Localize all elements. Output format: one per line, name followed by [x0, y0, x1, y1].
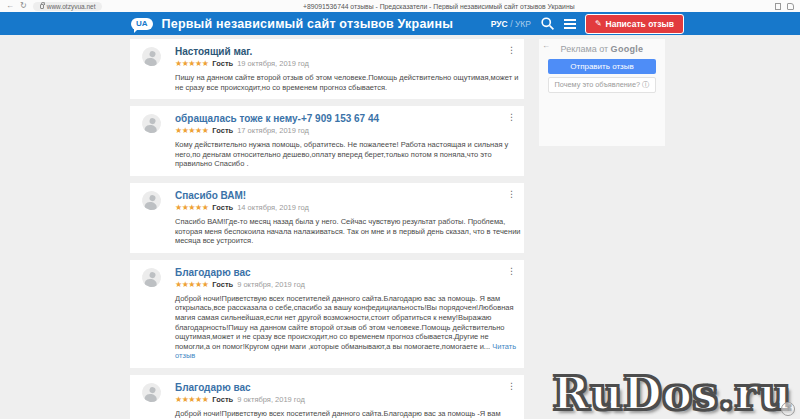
avatar: [140, 45, 163, 68]
menu-icon[interactable]: [564, 19, 576, 29]
kebab-menu-icon[interactable]: ⋮: [507, 190, 516, 199]
review-card: ⋮ Благодарю вас ★★★★★ Гость 9 октября, 2…: [130, 375, 524, 419]
review-author: Гость: [212, 126, 233, 135]
review-date: 9 октября, 2019 год: [237, 395, 305, 404]
review-date: 17 октября, 2019 год: [237, 126, 309, 135]
star-rating: ★★★★★: [175, 281, 208, 289]
avatar: [140, 266, 163, 289]
review-text: Спасибо ВАМ!Где-то месяц назад была у не…: [175, 217, 523, 246]
ad-submit-review-button[interactable]: Отправить отзыв: [548, 59, 656, 74]
kebab-menu-icon[interactable]: ⋮: [507, 113, 516, 122]
review-text: Пишу на данном сайте второй отзыв об это…: [175, 73, 523, 92]
lock-icon: [40, 4, 44, 9]
browser-menu-icon[interactable]: [787, 3, 794, 10]
page-url: www.otzyvua.net: [47, 3, 96, 10]
avatar: [140, 189, 163, 212]
review-card: ⋮ Настоящий маг. ★★★★★ Гость 19 октября,…: [130, 39, 524, 99]
review-list: ⋮ Настоящий маг. ★★★★★ Гость 19 октября,…: [130, 39, 524, 419]
review-card: ⋮ Благодарю вас ★★★★★ Гость 9 октября, 2…: [130, 260, 524, 368]
kebab-menu-icon[interactable]: ⋮: [507, 46, 516, 55]
rudos-watermark: RuDos.ru: [553, 368, 792, 419]
review-card: ⋮ Спасибо ВАМ! ★★★★★ Гость 14 октября, 2…: [130, 183, 524, 253]
review-author: Гость: [212, 395, 233, 404]
review-date: 19 октября, 2019 год: [237, 59, 309, 68]
avatar: [140, 112, 163, 135]
review-text: Кому действительно нужна помощь, обратит…: [175, 140, 523, 169]
google-logo: Google: [611, 44, 644, 54]
lang-ukr[interactable]: УКР: [515, 19, 531, 29]
review-title-link[interactable]: Благодарю вас: [175, 266, 305, 279]
browser-toolbar: ← ↻ www.otzyvua.net +89091536744 отзывы …: [0, 0, 800, 12]
pencil-icon: ✎: [595, 19, 602, 28]
ad-label: Реклама от Google: [539, 44, 665, 54]
kebab-menu-icon[interactable]: ⋮: [507, 382, 516, 391]
page-content: ⋮ Настоящий маг. ★★★★★ Гость 19 октября,…: [0, 35, 800, 419]
lang-rus[interactable]: РУС: [491, 19, 508, 29]
scroll-to-top-button[interactable]: ↑: [781, 402, 795, 416]
site-title: Первый независимый сайт отзывов Украины: [162, 17, 454, 31]
ad-why-this-ad-button[interactable]: Почему это объявление? ⓘ: [548, 77, 656, 93]
address-bar[interactable]: www.otzyvua.net: [33, 2, 103, 11]
star-rating: ★★★★★: [175, 204, 208, 212]
bookmark-icon[interactable]: [775, 3, 781, 10]
review-author: Гость: [212, 59, 233, 68]
star-rating: ★★★★★: [175, 127, 208, 135]
google-ad: ← Реклама от Google Отправить отзыв Поче…: [539, 39, 665, 146]
review-date: 9 октября, 2019 год: [237, 280, 305, 289]
kebab-menu-icon[interactable]: ⋮: [507, 267, 516, 276]
review-date: 14 октября, 2019 год: [237, 203, 309, 212]
avatar: [140, 381, 163, 404]
review-card: ⋮ обращалась тоже к нему-+7 909 153 67 4…: [130, 106, 524, 176]
language-switcher[interactable]: РУС / УКР: [491, 19, 531, 29]
star-rating: ★★★★★: [175, 396, 208, 404]
reload-icon[interactable]: ↻: [20, 2, 27, 10]
back-icon[interactable]: ←: [6, 2, 14, 10]
review-title-link[interactable]: Благодарю вас: [175, 381, 305, 394]
site-header: UA Первый независимый сайт отзывов Украи…: [0, 12, 800, 35]
write-review-button[interactable]: ✎ Написать отзыв: [585, 14, 684, 34]
browser-tab-title: +89091536744 отзывы - Предсказатели - Пе…: [108, 3, 769, 10]
review-author: Гость: [212, 203, 233, 212]
ad-back-arrow-icon[interactable]: ←: [542, 41, 550, 50]
review-title-link[interactable]: Спасибо ВАМ!: [175, 189, 309, 202]
review-text: Доброй ночи!Приветствую всех посетителей…: [175, 294, 523, 361]
review-author: Гость: [212, 280, 233, 289]
search-icon[interactable]: [540, 16, 555, 31]
review-title-link[interactable]: Настоящий маг.: [175, 45, 309, 58]
star-rating: ★★★★★: [175, 60, 208, 68]
review-text: Доброй ночи!Приветствую всех посетителей…: [175, 409, 523, 419]
review-title-link[interactable]: обращалась тоже к нему-+7 909 153 67 44: [175, 112, 379, 125]
site-logo[interactable]: UA: [131, 18, 153, 30]
